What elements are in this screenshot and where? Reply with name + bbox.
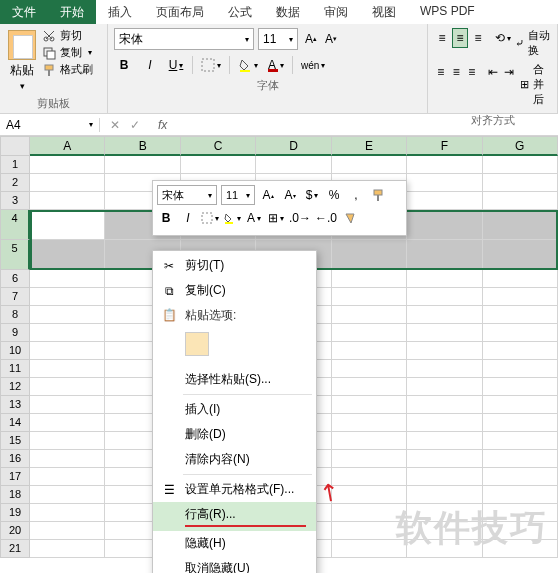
font-name-select[interactable]: 宋体▾: [114, 28, 254, 50]
menu-clear[interactable]: 清除内容(N): [153, 447, 316, 472]
menu-unhide[interactable]: 取消隐藏(U): [153, 556, 316, 573]
row-header[interactable]: 17: [0, 468, 30, 486]
align-middle-button[interactable]: ≡: [452, 28, 468, 48]
border-button[interactable]: ▾: [199, 54, 223, 76]
tab-review[interactable]: 审阅: [312, 0, 360, 24]
tab-wps-pdf[interactable]: WPS PDF: [408, 0, 487, 24]
col-header-b[interactable]: B: [105, 136, 180, 156]
row-header[interactable]: 1: [0, 156, 30, 174]
menu-row-height[interactable]: 行高(R)...: [153, 502, 316, 531]
row-header[interactable]: 15: [0, 432, 30, 450]
paste-button[interactable]: 粘贴 ▾: [6, 28, 38, 94]
row-header[interactable]: 21: [0, 540, 30, 558]
fx-button[interactable]: fx: [150, 118, 175, 132]
cell[interactable]: [30, 156, 105, 174]
phonetic-button[interactable]: wén▾: [299, 54, 327, 76]
tab-data[interactable]: 数据: [264, 0, 312, 24]
clipboard-group-label: 剪贴板: [6, 94, 101, 111]
cancel-formula-button[interactable]: ✕: [110, 118, 120, 132]
chevron-down-icon[interactable]: ▾: [20, 81, 25, 91]
fill-color-button[interactable]: ▾: [236, 54, 260, 76]
copy-button[interactable]: 复制▾: [42, 45, 93, 60]
row-header[interactable]: 2: [0, 174, 30, 192]
align-right-button[interactable]: ≡: [465, 62, 479, 82]
cell-a4[interactable]: [30, 210, 105, 240]
mini-bold[interactable]: B: [157, 208, 175, 228]
tab-home[interactable]: 开始: [48, 0, 96, 24]
font-size-select[interactable]: 11▾: [258, 28, 298, 50]
col-header-f[interactable]: F: [407, 136, 482, 156]
row-header[interactable]: 12: [0, 378, 30, 396]
row-header[interactable]: 7: [0, 288, 30, 306]
row-header[interactable]: 18: [0, 486, 30, 504]
mini-format-painter[interactable]: [369, 185, 387, 205]
tab-view[interactable]: 视图: [360, 0, 408, 24]
tab-file[interactable]: 文件: [0, 0, 48, 24]
row-header[interactable]: 19: [0, 504, 30, 522]
mini-decrease-font[interactable]: A▾: [281, 185, 299, 205]
row-header[interactable]: 13: [0, 396, 30, 414]
select-all-corner[interactable]: [0, 136, 30, 156]
row-header[interactable]: 6: [0, 270, 30, 288]
row-header[interactable]: 4: [0, 210, 30, 240]
mini-decimal-dec[interactable]: ←.0: [315, 208, 337, 228]
orientation-button[interactable]: ⟲▾: [495, 28, 511, 48]
row-header[interactable]: 20: [0, 522, 30, 540]
menu-hide[interactable]: 隐藏(H): [153, 531, 316, 556]
mini-italic[interactable]: I: [179, 208, 197, 228]
font-color-button[interactable]: A▾: [266, 54, 286, 76]
mini-comma-format[interactable]: ,: [347, 185, 365, 205]
row-header[interactable]: 16: [0, 450, 30, 468]
mini-fill-color[interactable]: ▾: [223, 208, 241, 228]
mini-decimal-inc[interactable]: .0→: [289, 208, 311, 228]
tab-formula[interactable]: 公式: [216, 0, 264, 24]
menu-paste-special[interactable]: 选择性粘贴(S)...: [153, 367, 316, 392]
col-header-g[interactable]: G: [483, 136, 558, 156]
enter-formula-button[interactable]: ✓: [130, 118, 140, 132]
row-header[interactable]: 8: [0, 306, 30, 324]
underline-button[interactable]: U▾: [166, 54, 186, 76]
menu-cut[interactable]: ✂ 剪切(T): [153, 253, 316, 278]
row-header[interactable]: 3: [0, 192, 30, 210]
tab-insert[interactable]: 插入: [96, 0, 144, 24]
row-header[interactable]: 10: [0, 342, 30, 360]
col-header-c[interactable]: C: [181, 136, 256, 156]
col-header-d[interactable]: D: [256, 136, 331, 156]
align-center-button[interactable]: ≡: [450, 62, 464, 82]
wrap-text-button[interactable]: ⤶ 自动换: [515, 28, 551, 58]
align-top-button[interactable]: ≡: [434, 28, 450, 48]
italic-button[interactable]: I: [140, 54, 160, 76]
paste-option-button[interactable]: [185, 332, 209, 356]
indent-decrease-button[interactable]: ⇤: [487, 62, 501, 82]
menu-format-cells[interactable]: ☰ 设置单元格格式(F)...: [153, 477, 316, 502]
menu-delete[interactable]: 删除(D): [153, 422, 316, 447]
increase-font-button[interactable]: A▴: [302, 28, 320, 50]
row-header[interactable]: 5: [0, 240, 30, 270]
decrease-font-button[interactable]: A▾: [322, 28, 340, 50]
menu-insert[interactable]: 插入(I): [153, 397, 316, 422]
cut-button[interactable]: 剪切: [42, 28, 93, 43]
row-header[interactable]: 9: [0, 324, 30, 342]
merge-cells-button[interactable]: ⊞ 合并后: [520, 62, 551, 107]
mini-border[interactable]: ▾: [201, 208, 219, 228]
indent-increase-button[interactable]: ⇥: [502, 62, 516, 82]
col-header-e[interactable]: E: [332, 136, 407, 156]
format-painter-button[interactable]: 格式刷: [42, 62, 93, 77]
align-bottom-button[interactable]: ≡: [470, 28, 486, 48]
mini-cond-format[interactable]: [341, 208, 359, 228]
bold-button[interactable]: B: [114, 54, 134, 76]
mini-increase-font[interactable]: A▴: [259, 185, 277, 205]
mini-accounting-format[interactable]: $▾: [303, 185, 321, 205]
row-header[interactable]: 14: [0, 414, 30, 432]
mini-size-select[interactable]: 11▾: [221, 185, 255, 205]
mini-font-select[interactable]: 宋体▾: [157, 185, 217, 205]
align-left-button[interactable]: ≡: [434, 62, 448, 82]
mini-font-color[interactable]: A▾: [245, 208, 263, 228]
name-box[interactable]: A4▾: [0, 118, 100, 132]
col-header-a[interactable]: A: [30, 136, 105, 156]
row-header[interactable]: 11: [0, 360, 30, 378]
mini-percent-format[interactable]: %: [325, 185, 343, 205]
mini-merge[interactable]: ⊞▾: [267, 208, 285, 228]
menu-copy[interactable]: ⧉ 复制(C): [153, 278, 316, 303]
tab-page-layout[interactable]: 页面布局: [144, 0, 216, 24]
